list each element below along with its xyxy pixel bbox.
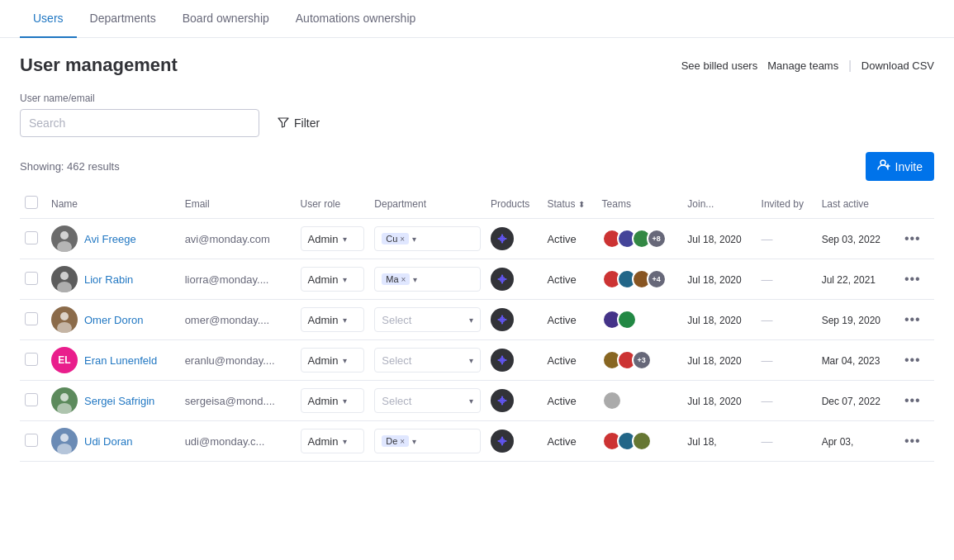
- search-input[interactable]: [20, 109, 259, 137]
- svg-point-19: [60, 434, 69, 442]
- teams-avatars: +4: [602, 269, 678, 289]
- dept-select[interactable]: De × ▾: [374, 429, 481, 453]
- tab-board-ownership[interactable]: Board ownership: [169, 0, 282, 38]
- download-csv-link[interactable]: Download CSV: [861, 59, 934, 72]
- invite-button[interactable]: Invite: [866, 152, 934, 181]
- row-checkbox-cell: [20, 381, 46, 421]
- email-cell: udi@monday.c...: [180, 421, 296, 462]
- see-billed-users-link[interactable]: See billed users: [681, 59, 758, 72]
- more-button[interactable]: •••: [901, 308, 924, 331]
- role-select[interactable]: Admin ▾: [301, 348, 365, 373]
- more-button[interactable]: •••: [901, 349, 924, 372]
- role-select[interactable]: Admin ▾: [301, 388, 365, 413]
- user-name[interactable]: Avi Freege: [84, 233, 136, 245]
- team-avatar: [632, 431, 652, 451]
- tab-users[interactable]: Users: [20, 0, 77, 38]
- page-header: User management See billed users Manage …: [0, 38, 954, 86]
- filter-button[interactable]: Filter: [269, 112, 328, 135]
- dept-select[interactable]: Select ▾: [374, 388, 481, 413]
- table-row: Udi Doran udi@monday.c... Admin ▾ De × ▾…: [20, 421, 934, 462]
- row-checkbox[interactable]: [25, 231, 38, 244]
- role-select[interactable]: Admin ▾: [301, 267, 365, 292]
- select-all-checkbox[interactable]: [25, 196, 38, 209]
- teams-cell: [597, 381, 683, 421]
- svg-point-10: [57, 322, 72, 333]
- invited-by-text: —: [762, 354, 773, 367]
- user-name[interactable]: Eran Lunenfeld: [84, 354, 157, 367]
- dept-chevron-icon: ▾: [469, 396, 473, 406]
- dept-placeholder: Select: [382, 314, 411, 326]
- dept-chevron-icon: ▾: [412, 437, 416, 446]
- dept-tag: De ×: [382, 435, 409, 447]
- dept-chevron-icon: ▾: [412, 235, 416, 244]
- tab-departments[interactable]: Departments: [77, 0, 169, 38]
- teams-avatars: [602, 391, 678, 411]
- svg-point-2: [57, 241, 72, 252]
- more-button[interactable]: •••: [901, 429, 924, 453]
- dept-select[interactable]: Select ▾: [374, 348, 481, 373]
- more-button[interactable]: •••: [901, 268, 924, 291]
- name-cell: Omer Doron: [46, 300, 180, 340]
- col-teams: Teams: [597, 189, 683, 219]
- chevron-icon: ▾: [343, 437, 347, 446]
- table-row: EL Eran Lunenfeld eranlu@monday.... Admi…: [20, 340, 934, 381]
- col-products: Products: [486, 189, 542, 219]
- dept-select[interactable]: Select ▾: [374, 307, 481, 332]
- more-button[interactable]: •••: [901, 389, 924, 412]
- svg-point-9: [60, 312, 69, 320]
- dept-select[interactable]: Cu × ▾: [374, 226, 481, 251]
- avatar: [51, 266, 78, 292]
- dept-tag-remove[interactable]: ×: [400, 437, 405, 446]
- dept-tag: Ma ×: [382, 273, 410, 285]
- join-date: Jul 18,: [687, 436, 716, 448]
- row-checkbox[interactable]: [25, 434, 38, 447]
- products-cell: [486, 300, 542, 340]
- join-date-cell: Jul 18, 2020: [682, 340, 756, 381]
- dept-chevron-icon: ▾: [469, 316, 473, 325]
- role-select[interactable]: Admin ▾: [301, 307, 365, 332]
- results-row: Showing: 462 results Invite: [0, 147, 954, 189]
- dept-tag-remove[interactable]: ×: [400, 235, 405, 244]
- team-more-count: +8: [647, 229, 667, 249]
- products-cell: [486, 259, 542, 300]
- role-value: Admin: [308, 273, 339, 286]
- table-row: Avi Freege avi@monday.com Admin ▾ Cu × ▾…: [20, 219, 934, 259]
- products-cell: [486, 340, 542, 381]
- more-cell: •••: [896, 259, 934, 300]
- role-select[interactable]: Admin ▾: [301, 226, 365, 251]
- user-name[interactable]: Sergei Safrigin: [84, 395, 154, 407]
- user-name[interactable]: Lior Rabin: [84, 273, 133, 286]
- dept-chevron-icon: ▾: [413, 275, 417, 284]
- dept-tag: Cu ×: [382, 233, 409, 244]
- manage-teams-link[interactable]: Manage teams: [767, 59, 838, 72]
- status-cell: Active: [542, 381, 596, 421]
- row-checkbox-cell: [20, 219, 46, 259]
- user-name[interactable]: Omer Doron: [84, 314, 144, 326]
- role-cell: Admin ▾: [296, 300, 370, 340]
- dept-select[interactable]: Ma × ▾: [374, 267, 481, 292]
- user-name[interactable]: Udi Doran: [84, 435, 133, 448]
- user-cell: Udi Doran: [51, 428, 175, 454]
- more-cell: •••: [896, 219, 934, 259]
- last-active-date: Sep 03, 2022: [822, 234, 880, 245]
- dept-tag-remove[interactable]: ×: [401, 275, 406, 284]
- chevron-icon: ▾: [343, 275, 347, 284]
- user-cell: Omer Doron: [51, 306, 175, 333]
- role-select[interactable]: Admin ▾: [301, 429, 365, 453]
- row-checkbox[interactable]: [25, 312, 38, 325]
- more-button[interactable]: •••: [901, 227, 924, 250]
- product-icon: [491, 389, 514, 412]
- join-date: Jul 18, 2020: [687, 396, 741, 407]
- tab-automations-ownership[interactable]: Automations ownership: [282, 0, 430, 38]
- row-checkbox[interactable]: [25, 272, 38, 285]
- join-date: Jul 18, 2020: [687, 315, 741, 326]
- status-cell: Active: [542, 219, 596, 259]
- join-date: Jul 18, 2020: [687, 355, 741, 367]
- svg-point-1: [60, 231, 69, 240]
- col-actions: [896, 189, 934, 219]
- status-text: Active: [547, 273, 576, 286]
- teams-cell: +4: [597, 259, 683, 300]
- row-checkbox[interactable]: [25, 353, 38, 366]
- teams-avatars: [602, 431, 678, 451]
- row-checkbox[interactable]: [25, 393, 38, 406]
